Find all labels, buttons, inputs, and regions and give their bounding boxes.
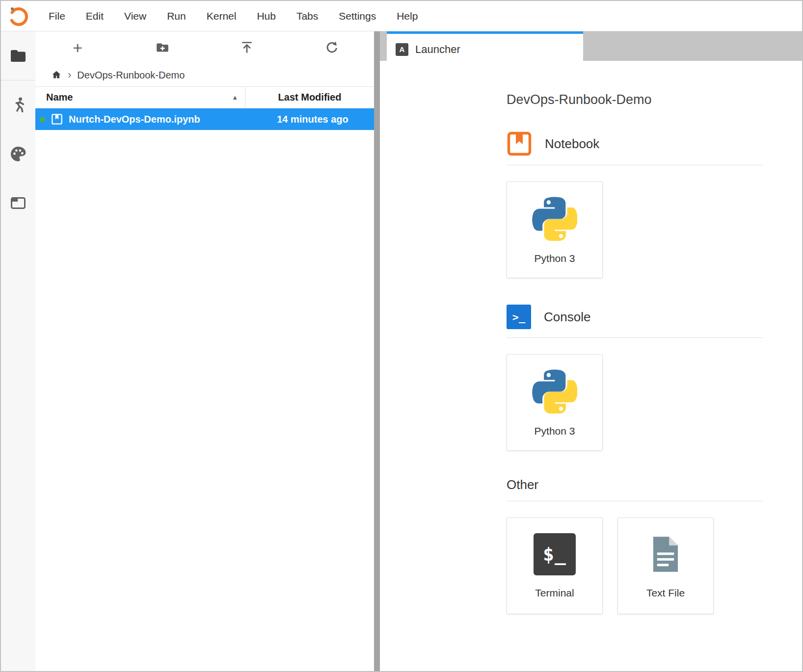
new-folder-button[interactable] [120,31,205,64]
file-browser-panel: + [35,31,374,671]
tabs-panel-icon [9,194,27,212]
file-table-header: Name ▲ Last Modified [35,86,374,108]
upload-icon [240,41,254,54]
home-icon[interactable] [51,70,62,80]
menu-item-help[interactable]: Help [386,1,428,31]
notebook-file-icon [51,113,63,125]
section-other: Other $_ Terminal [507,477,802,614]
card-label: Python 3 [535,253,575,264]
menu-item-run[interactable]: Run [157,1,196,31]
column-header-name[interactable]: Name ▲ [35,87,245,108]
section-label: Console [544,310,590,325]
sidebar-tab-open-tabs[interactable] [1,179,35,228]
menu-item-hub[interactable]: Hub [246,1,286,31]
sidebar-tab-command-palette[interactable] [1,129,35,179]
file-last-modified: 14 minutes ago [251,114,374,125]
jupyterlab-window: File Edit View Run Kernel Hub Tabs Setti… [0,0,803,672]
launcher-tab-icon: A [396,43,408,56]
plus-icon: + [73,39,82,56]
main-area: A Launcher DevOps-Runbook-Demo Notebook [380,31,802,671]
tab-launcher[interactable]: A Launcher [387,31,583,65]
panel-resize-handle[interactable] [374,31,380,671]
section-rule [507,337,763,338]
menu-item-file[interactable]: File [38,1,76,31]
section-notebook-header: Notebook [507,131,802,156]
column-name-label: Name [46,92,73,103]
column-modified-label: Last Modified [278,92,342,103]
section-console: >_ Console Python 3 [507,305,802,451]
upload-button[interactable] [205,31,290,64]
section-console-header: >_ Console [507,305,802,329]
section-rule [507,165,763,165]
new-launcher-button[interactable]: + [35,31,120,64]
breadcrumb-current-folder[interactable]: DevOps-Runbook-Demo [77,70,185,81]
section-rule [507,501,763,501]
section-notebook: Notebook Python 3 [507,131,802,278]
menu-items: File Edit View Run Kernel Hub Tabs Setti… [38,1,428,31]
menu-item-view[interactable]: View [114,1,157,31]
text-file-icon [644,533,687,575]
menu-bar: File Edit View Run Kernel Hub Tabs Setti… [1,1,802,31]
app-body: + [1,31,802,671]
python-icon [532,196,577,241]
file-row-notebook[interactable]: Nurtch-DevOps-Demo.ipynb 14 minutes ago [35,108,374,130]
launcher-card-console-python3[interactable]: Python 3 [507,354,603,451]
left-sidebar [1,31,35,671]
sidebar-tab-running-sessions[interactable] [1,80,35,129]
notebook-icon [507,131,532,156]
menu-item-tabs[interactable]: Tabs [286,1,328,31]
launcher-card-text-file[interactable]: Text File [617,517,714,614]
breadcrumb: › DevOps-Runbook-Demo [35,64,374,86]
card-label: Python 3 [535,425,575,437]
terminal-icon: $_ [534,533,576,575]
launcher-title: DevOps-Runbook-Demo [507,92,802,107]
sidebar-tab-file-browser[interactable] [1,31,35,80]
menu-item-kernel[interactable]: Kernel [196,1,247,31]
section-label: Other [507,477,538,492]
console-icon: >_ [507,305,531,329]
refresh-button[interactable] [290,31,375,64]
launcher-card-notebook-python3[interactable]: Python 3 [507,181,603,278]
file-browser-toolbar: + [35,31,374,64]
kernel-running-indicator [40,117,45,122]
refresh-icon [325,41,339,54]
python-icon [532,368,577,414]
breadcrumb-separator: › [68,69,71,81]
card-label: Terminal [535,587,574,599]
menu-item-settings[interactable]: Settings [328,1,386,31]
launcher-panel: DevOps-Runbook-Demo Notebook [380,65,802,671]
jupyter-logo-icon [8,5,29,27]
folder-icon [9,47,27,65]
menu-item-edit[interactable]: Edit [76,1,114,31]
running-man-icon [9,96,27,114]
palette-icon [9,145,27,163]
section-label: Notebook [545,136,599,152]
launcher-card-terminal[interactable]: $_ Terminal [507,517,603,614]
sort-ascending-icon: ▲ [232,94,238,101]
card-label: Text File [646,587,685,599]
section-other-header: Other [507,477,802,492]
column-header-last-modified[interactable]: Last Modified [245,87,374,108]
new-folder-icon [156,41,169,54]
tab-bar: A Launcher [380,31,802,65]
file-list: Nurtch-DevOps-Demo.ipynb 14 minutes ago [35,108,374,671]
file-name: Nurtch-DevOps-Demo.ipynb [69,114,251,125]
tab-launcher-label: Launcher [415,43,460,56]
